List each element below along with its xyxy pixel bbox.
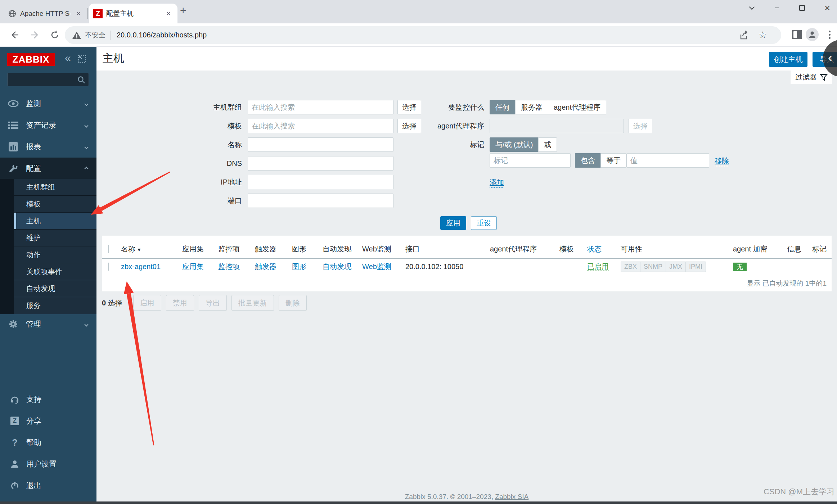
jmx-badge: JMX [666,262,686,272]
back-icon[interactable] [7,28,22,42]
template-input[interactable] [248,119,393,133]
items-link[interactable]: 监控项 [218,263,240,271]
disable-button[interactable]: 禁用 [166,295,194,311]
sidebar-item-user-settings[interactable]: 用户设置 [0,457,96,471]
browser-toolbar: 不安全 20.0.0.106/zabbix/hosts.php ☆ [0,23,837,47]
column-header-web: Web监测 [360,244,403,254]
tab-close-icon[interactable]: × [74,9,83,18]
apply-button[interactable]: 应用 [440,216,466,230]
window-minimize-button[interactable]: − [769,0,785,16]
address-bar[interactable]: 不安全 20.0.0.106/zabbix/hosts.php ☆ [65,26,781,44]
side-panel-icon[interactable] [792,30,802,39]
select-all-checkbox[interactable] [108,245,109,253]
name-input[interactable] [248,137,393,152]
column-header-graphs: 图形 [290,244,320,254]
browser-tab-apache[interactable]: Apache HTTP Server Test Page × [4,4,87,23]
filter-tab[interactable]: 过滤器 [791,71,832,84]
option-equals[interactable]: 等于 [600,153,626,168]
sidebar-item-label: 分享 [26,416,41,426]
encryption-badge: 无 [733,263,747,271]
enable-button[interactable]: 启用 [133,295,161,311]
browser-menu-icon[interactable] [828,29,831,40]
option-server[interactable]: 服务器 [515,100,548,114]
mass-update-button[interactable]: 批量更新 [231,295,274,311]
tag-add-link[interactable]: 添加 [490,178,504,188]
sidebar-item-logout[interactable]: 退出 [0,478,96,493]
submenu-item-actions[interactable]: 动作 [14,246,96,263]
chevron-down-icon [85,100,88,107]
ip-input[interactable] [248,175,393,189]
submenu-item-templates[interactable]: 模板 [14,196,96,212]
web-link[interactable]: Web监测 [362,263,391,271]
window-maximize-button[interactable] [794,0,810,16]
option-or[interactable]: 或 [538,137,557,152]
submenu-item-services[interactable]: 服务 [14,297,96,314]
sidebar-collapse-icon[interactable]: « [65,52,71,64]
sidebar-item-monitoring[interactable]: 监测 [0,93,96,114]
graphs-link[interactable]: 图形 [292,263,306,271]
sidebar-search-input[interactable] [7,73,89,86]
window-close-button[interactable]: × [819,0,836,16]
sidebar-item-administration[interactable]: 管理 [0,314,96,334]
create-host-button[interactable]: 创建主机 [769,52,807,67]
browser-tab-zabbix[interactable]: Z 配置主机 × [89,4,177,23]
hostgroup-input[interactable] [248,100,393,114]
interface-value: 20.0.0.102: 10050 [403,263,488,271]
sidebar-item-support[interactable]: 支持 [0,392,96,407]
option-and-or[interactable]: 与/或 (默认) [490,137,539,152]
column-header-status[interactable]: 状态 [585,244,618,254]
column-header-discovery: 自动发现 [320,244,360,254]
zabbix-sia-link[interactable]: Zabbix SIA [495,493,528,500]
filter-tab-label: 过滤器 [795,72,817,82]
person-icon [808,30,816,39]
user-icon [9,460,20,468]
zabbix-logo[interactable]: ZABBIX [7,53,55,66]
sidebar-item-inventory[interactable]: 资产记录 [0,114,96,136]
submenu-item-hosts[interactable]: 主机 [14,213,96,229]
bottom-edge-strip [0,501,837,504]
host-name-link[interactable]: zbx-agent01 [121,263,161,271]
profile-avatar[interactable] [806,28,819,41]
dns-input[interactable] [248,156,393,171]
chevron-down-icon [85,321,88,327]
refresh-icon[interactable] [48,28,62,42]
sidebar-item-share[interactable]: Z 分享 [0,414,96,428]
sidebar-item-label: 监测 [26,99,41,109]
row-checkbox[interactable] [108,263,109,271]
zabbix-footer: Zabbix 5.0.37. © 2001–2023, Zabbix SIA [96,493,837,501]
ip-label: IP地址 [158,175,242,189]
tag-remove-link[interactable]: 移除 [715,156,729,166]
submenu-item-hostgroups[interactable]: 主机群组 [14,179,96,195]
tag-name-input[interactable] [490,153,571,168]
share-icon[interactable] [739,30,749,40]
security-label[interactable]: 不安全 [85,31,105,40]
submenu-label: 维护 [26,233,41,243]
sidebar-item-configuration[interactable]: 配置 [0,158,96,179]
triggers-link[interactable]: 触发器 [255,263,276,271]
column-header-name[interactable]: 名称▼ [119,244,180,254]
submenu-item-event-correlation[interactable]: 关联项事件 [14,263,96,280]
tab-close-icon[interactable]: × [164,9,173,18]
option-any[interactable]: 任何 [490,100,516,114]
status-enabled-link[interactable]: 已启用 [587,263,609,271]
reset-button[interactable]: 重设 [471,216,497,230]
sidebar-expand-icon[interactable] [78,55,86,65]
new-tab-button[interactable]: + [180,4,186,17]
option-proxy[interactable]: agent代理程序 [548,100,606,114]
tag-value-input[interactable] [626,153,709,168]
sidebar-item-reports[interactable]: 报表 [0,136,96,158]
submenu-item-maintenance[interactable]: 维护 [14,230,96,246]
sidebar-item-help[interactable]: ? 帮助 [0,435,96,450]
bookmark-star-icon[interactable]: ☆ [759,29,767,41]
forward-icon[interactable] [28,28,42,42]
option-contains[interactable]: 包含 [575,153,601,168]
url-text[interactable]: 20.0.0.106/zabbix/hosts.php [117,31,207,39]
submenu-item-discovery[interactable]: 自动发现 [14,280,96,297]
delete-button[interactable]: 删除 [279,295,307,311]
column-header-interface: 接口 [403,244,488,254]
discovery-link[interactable]: 自动发现 [323,263,351,271]
port-input[interactable] [248,194,393,208]
export-button[interactable]: 导出 [199,295,227,311]
window-chevron-button[interactable] [743,0,760,16]
applications-link[interactable]: 应用集 [182,263,204,271]
